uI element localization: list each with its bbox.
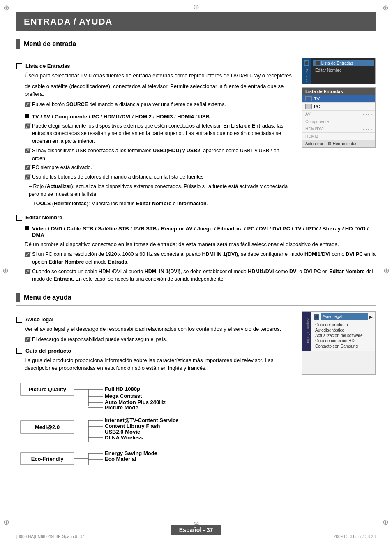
- help-item-conexion: Guía de conexión HD: [314, 338, 373, 344]
- lista-note2-text: Puede elegir solamente los dispositivos …: [32, 122, 295, 145]
- page-number: Español - 37: [171, 525, 221, 535]
- tv-screens-container: ⬛ Entradas ⬛ Lista de Entradas Editar No…: [302, 58, 376, 209]
- tv2-item-av: AV - - - -: [302, 111, 375, 118]
- help-item-guia: Guía del producto: [314, 322, 373, 327]
- tv2-item-componente: Componente - - - -: [302, 118, 375, 125]
- tv2-footer-actualizar: Actualizar: [305, 142, 323, 146]
- svg-text:Picture Quality: Picture Quality: [28, 386, 67, 392]
- bullet1: Rojo (Actualizar): actualiza los disposi…: [29, 183, 295, 198]
- help-item-contacto: Contacto con Samsung: [314, 344, 373, 349]
- lista-note1-text: Pulse el botón SOURCE del mando a distan…: [32, 101, 226, 109]
- tv2-item-tv: TV: [302, 95, 375, 103]
- aviso-para1: Ver el aviso legal y el descargo de resp…: [25, 325, 295, 333]
- svg-text:Energy Saving Mode: Energy Saving Mode: [105, 450, 157, 456]
- tv-help-screen: Soporte técnico ⬛ Aviso legal ▶ Guía del…: [302, 311, 376, 375]
- tv2-item-hdmi2: HDMI2 - - - -: [302, 133, 375, 140]
- lista-note4-text: PC siempre está activado.: [32, 164, 92, 172]
- page-footer: Español - 37: [0, 525, 392, 535]
- square-icon-editar: [25, 226, 29, 230]
- tv2-footer-herramientas: 🖥 Herramientas: [327, 142, 357, 146]
- tv2-item-pc: PC - - - -: [302, 103, 375, 111]
- lista-note4: 🅿 PC siempre está activado.: [25, 164, 295, 172]
- svg-text:Internet@TV-Content Service: Internet@TV-Content Service: [105, 417, 179, 423]
- lista-para2: de cable o satélite (decodificadores), c…: [25, 82, 295, 98]
- lista-note5: 🅿 Uso de los botones de colores del mand…: [25, 173, 295, 181]
- tv2-header: Lista de Entradas: [302, 88, 375, 95]
- tv2-footer: Actualizar 🖥 Herramientas: [302, 140, 375, 147]
- help-item-auto: Autodiagnóstico: [314, 327, 373, 333]
- editar-note1: 🅿 Si un PC con una resolución de 1920 x …: [25, 251, 376, 266]
- editar-subsub-title: Video / DVD / Cable STB / Satélite STB /…: [25, 225, 376, 238]
- lista-entradas-content: Lista de Entradas Úselo para seleccionar…: [16, 58, 295, 209]
- pc-icon: [305, 104, 312, 109]
- note-icon-2: 🅿: [25, 123, 30, 130]
- help-item-actualizacion: Actualización del software: [314, 333, 373, 338]
- main-title: ENTRADA / AYUDA: [16, 12, 376, 31]
- editar-note2: 🅿 Cuando se conecta un cable HDMI/DVI al…: [25, 268, 376, 283]
- tv2-item-hdmi1: HDMI/DVI - - - -: [302, 125, 375, 133]
- lista-note5-text: Uso de los botones de colores del mando …: [32, 173, 204, 181]
- tv1-selected: ⬛ Lista de Entradas: [313, 60, 374, 66]
- lista-note3-text: Si hay dispositivos USB conectados a los…: [32, 147, 295, 163]
- guia-producto-title: Guía del producto: [16, 348, 295, 354]
- lista-entradas-title: Lista de Entradas: [16, 63, 295, 69]
- svg-text:Picture Mode: Picture Mode: [105, 404, 138, 411]
- section-ayuda-heading: Menú de ayuda: [16, 293, 376, 302]
- section-divider-ayuda: [16, 305, 376, 306]
- guia-para1: La guía del producto proporciona informa…: [25, 356, 295, 372]
- aviso-legal-content: Aviso legal Ver el aviso legal y el desc…: [16, 311, 295, 375]
- aviso-legal-title: Aviso legal: [16, 316, 295, 323]
- svg-text:Mega Contrast: Mega Contrast: [105, 393, 142, 399]
- aviso-legal-section: Aviso legal Ver el aviso legal y el desc…: [16, 311, 376, 375]
- note-icon-av1: 🅿: [25, 336, 30, 344]
- tv-help-layout: Soporte técnico ⬛ Aviso legal ▶ Guía del…: [302, 312, 375, 351]
- footer-date-info: 2009-03-31 □□ 7:38:23: [334, 534, 376, 539]
- checkbox-icon-guia: [16, 348, 22, 354]
- svg-text:USB2.0 Movie: USB2.0 Movie: [105, 429, 140, 435]
- checkbox-icon-aviso: [16, 317, 22, 323]
- lista-note3: 🅿 Si hay dispositivos USB conectados a l…: [25, 147, 295, 163]
- square-icon-tv: [25, 114, 29, 118]
- note-icon-e2: 🅿: [25, 268, 30, 276]
- tv-help-sidebar: Soporte técnico: [302, 312, 311, 351]
- aviso-note1: 🅿 El descargo de responsabilidad puede v…: [25, 336, 295, 344]
- tv-help-selected: Aviso legal: [321, 313, 368, 320]
- lista-note1: 🅿 Pulse el botón SOURCE del mando a dist…: [25, 101, 295, 109]
- tv-icon: [305, 96, 312, 101]
- note-icon-1: 🅿: [25, 101, 30, 109]
- svg-text:Content Library Flash: Content Library Flash: [105, 423, 160, 429]
- svg-text:Full HD 1080p: Full HD 1080p: [105, 386, 140, 392]
- note-icon-3: 🅿: [25, 147, 30, 155]
- section-entrada-heading: Menú de entrada: [16, 39, 376, 49]
- tv-screen-2: Lista de Entradas TV PC - - - - AV - - -…: [302, 87, 376, 148]
- note-icon-e1: 🅿: [25, 251, 30, 258]
- editar-nombre-title: Editar Nombre: [16, 214, 376, 221]
- svg-text:DLNA Wireless: DLNA Wireless: [105, 434, 143, 441]
- note-icon-4: 🅿: [25, 164, 30, 172]
- lista-note2: 🅿 Puede elegir solamente los dispositivo…: [25, 122, 295, 145]
- tv-help-content: ⬛ Aviso legal ▶ Guía del producto Autodi…: [311, 312, 375, 351]
- tv-av-title: TV / AV / Componente / PC / HDMI1/DVI / …: [25, 114, 295, 120]
- editar-note2-text: Cuando se conecta un cable HDMI/DVI al p…: [32, 268, 376, 283]
- svg-text:Medi@2.0: Medi@2.0: [35, 424, 60, 430]
- svg-text:Eco-Friendly: Eco-Friendly: [31, 456, 64, 462]
- footer-file-info: [8000-NA]BN68-01988E-Spa.indb 37: [16, 534, 84, 539]
- product-guide-diagram: Picture Quality Medi@2.0 Eco-Friendly Fu…: [16, 380, 376, 470]
- aviso-note1-text: El descargo de responsabilidad puede var…: [32, 336, 167, 344]
- svg-text:Eco Material: Eco Material: [105, 456, 136, 462]
- tv1-item1: Editar Nombre: [313, 67, 374, 73]
- lista-para1: Úselo para seleccionar TV u otras fuente…: [25, 72, 295, 80]
- lista-entradas-section: Lista de Entradas Úselo para seleccionar…: [16, 58, 376, 209]
- tv-screen-1: ⬛ Entradas ⬛ Lista de Entradas Editar No…: [302, 58, 376, 84]
- diagram-svg: Picture Quality Medi@2.0 Eco-Friendly Fu…: [16, 380, 230, 470]
- checkbox-icon-editar: [16, 215, 22, 221]
- editar-para1: Dé un nombre al dispositivo conectado en…: [25, 240, 376, 248]
- editar-subsub-container: Video / DVD / Cable STB / Satélite STB /…: [25, 225, 376, 238]
- editar-note1-text: Si un PC con una resolución de 1920 x 10…: [32, 251, 376, 266]
- bullet2: TOOLS (Herramientas): Muestra los menús …: [29, 200, 295, 208]
- checkbox-icon-lista: [16, 63, 22, 69]
- note-icon-5: 🅿: [25, 174, 30, 181]
- section-divider-entrada: [16, 52, 376, 52]
